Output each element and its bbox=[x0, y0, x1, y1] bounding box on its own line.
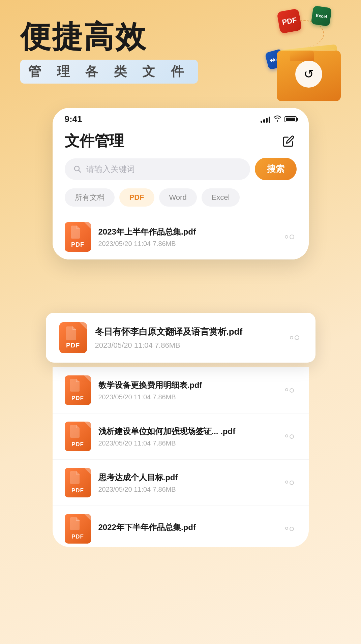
file-meta-5: 2023/05/20 11:04 7.86MB bbox=[98, 486, 282, 493]
file-info-4: 浅析建设单位如何加强现场签证... .pdf 2023/05/20 11:04 … bbox=[98, 426, 282, 447]
pdf-file-icon-5: PDF bbox=[65, 468, 91, 497]
file-name-6: 2022年下半年作品总集.pdf bbox=[98, 522, 282, 533]
file-info-6: 2022年下半年作品总集.pdf bbox=[98, 522, 282, 535]
status-icons bbox=[261, 115, 297, 123]
app-header: 文件管理 bbox=[53, 128, 309, 158]
file-more-4[interactable] bbox=[282, 429, 297, 443]
file-meta-3: 2023/05/20 11:04 7.86MB bbox=[98, 393, 282, 401]
wifi-icon bbox=[273, 115, 282, 123]
remaining-files: PDF 教学设备更换费用明细表.pdf 2023/05/20 11:04 7.8… bbox=[53, 367, 309, 547]
file-meta-1: 2023/05/20 11:04 7.86MB bbox=[98, 240, 282, 248]
elevated-file-more[interactable] bbox=[287, 330, 302, 345]
file-name-3: 教学设备更换费用明细表.pdf bbox=[98, 380, 282, 391]
filter-tabs: 所有文档 PDF Word Excel bbox=[53, 188, 309, 215]
more-dots-1 bbox=[285, 235, 294, 239]
file-name-1: 2023年上半年作品总集.pdf bbox=[98, 226, 282, 238]
file-more-3[interactable] bbox=[282, 383, 297, 397]
phone-mockup-container: 9:41 bbox=[53, 108, 309, 259]
search-placeholder: 请输入关键词 bbox=[86, 164, 135, 175]
filter-tab-word[interactable]: Word bbox=[159, 188, 197, 207]
file-info-1: 2023年上半年作品总集.pdf 2023/05/20 11:04 7.86MB bbox=[98, 226, 282, 248]
file-item-3[interactable]: PDF 教学设备更换费用明细表.pdf 2023/05/20 11:04 7.8… bbox=[53, 367, 309, 413]
pdf-file-icon-4: PDF bbox=[65, 422, 91, 451]
folder-icon: ↺ bbox=[273, 34, 341, 101]
status-time: 9:41 bbox=[65, 114, 82, 124]
app-title: 文件管理 bbox=[65, 131, 124, 151]
file-more-5[interactable] bbox=[282, 476, 297, 490]
file-info-3: 教学设备更换费用明细表.pdf 2023/05/20 11:04 7.86MB bbox=[98, 380, 282, 401]
file-more-6[interactable] bbox=[282, 522, 297, 536]
more-dots-elevated bbox=[290, 335, 299, 340]
battery-icon bbox=[284, 116, 297, 122]
battery-fill bbox=[286, 118, 295, 121]
file-info-5: 思考达成个人目标.pdf 2023/05/20 11:04 7.86MB bbox=[98, 472, 282, 493]
filter-tab-pdf[interactable]: PDF bbox=[119, 188, 154, 207]
hero-subtitle: 管 理 各 类 文 件 bbox=[20, 60, 198, 84]
folder-arrow-icon: ↺ bbox=[295, 61, 322, 88]
edit-icon bbox=[282, 135, 295, 147]
pdf-file-icon-6: PDF bbox=[65, 514, 91, 544]
file-item-6[interactable]: PDF 2022年下半年作品总集.pdf bbox=[53, 506, 309, 547]
elevated-file-info: 冬日有怀李白原文翻译及语言赏析.pdf 2023/05/20 11:04 7.8… bbox=[95, 326, 287, 350]
search-input-wrap[interactable]: 请输入关键词 bbox=[65, 158, 250, 180]
status-bar: 9:41 bbox=[53, 108, 309, 128]
excel-floating-icon: Excel bbox=[311, 5, 332, 26]
file-name-5: 思考达成个人目标.pdf bbox=[98, 472, 282, 483]
pdf-file-icon-1: PDF bbox=[65, 222, 91, 252]
file-list: PDF 2023年上半年作品总集.pdf 2023/05/20 11:04 7.… bbox=[53, 215, 309, 259]
file-meta-4: 2023/05/20 11:04 7.86MB bbox=[98, 439, 282, 447]
edit-button[interactable] bbox=[280, 133, 297, 149]
search-icon bbox=[73, 164, 82, 174]
filter-tab-excel[interactable]: Excel bbox=[202, 188, 240, 207]
pdf-file-icon-elevated: PDF bbox=[59, 322, 87, 353]
elevated-file-item[interactable]: PDF 冬日有怀李白原文翻译及语言赏析.pdf 2023/05/20 11:04… bbox=[46, 313, 315, 363]
elevated-file-meta: 2023/05/20 11:04 7.86MB bbox=[95, 341, 287, 350]
file-item-4[interactable]: PDF 浅析建设单位如何加强现场签证... .pdf 2023/05/20 11… bbox=[53, 413, 309, 460]
pdf-file-icon-3: PDF bbox=[65, 375, 91, 405]
file-item-1[interactable]: PDF 2023年上半年作品总集.pdf 2023/05/20 11:04 7.… bbox=[53, 215, 309, 259]
file-item-5[interactable]: PDF 思考达成个人目标.pdf 2023/05/20 11:04 7.86MB bbox=[53, 460, 309, 506]
pdf-floating-icon: PDF bbox=[277, 8, 302, 34]
file-more-1[interactable] bbox=[282, 230, 297, 244]
search-button[interactable]: 搜索 bbox=[255, 158, 297, 180]
hero-section: 便捷高效 管 理 各 类 文 件 PDF Excel Word ↺ bbox=[0, 0, 361, 115]
phone-mockup: 9:41 bbox=[53, 108, 309, 259]
signal-icon bbox=[261, 116, 270, 123]
elevated-file-name: 冬日有怀李白原文翻译及语言赏析.pdf bbox=[95, 326, 287, 338]
filter-tab-all[interactable]: 所有文档 bbox=[65, 188, 115, 207]
pdf-label-elevated: PDF bbox=[66, 342, 80, 349]
floating-icons: PDF Excel Word ↺ bbox=[253, 7, 341, 101]
search-bar: 请输入关键词 搜索 bbox=[53, 158, 309, 188]
file-name-4: 浅析建设单位如何加强现场签证... .pdf bbox=[98, 426, 282, 437]
